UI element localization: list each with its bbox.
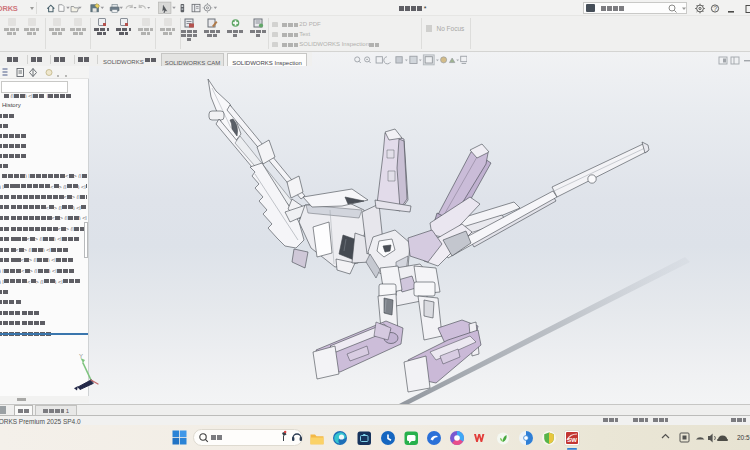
svg-text:?: ? — [713, 5, 717, 12]
svg-text:SW: SW — [567, 437, 577, 443]
svg-text:Y: Y — [79, 353, 83, 359]
